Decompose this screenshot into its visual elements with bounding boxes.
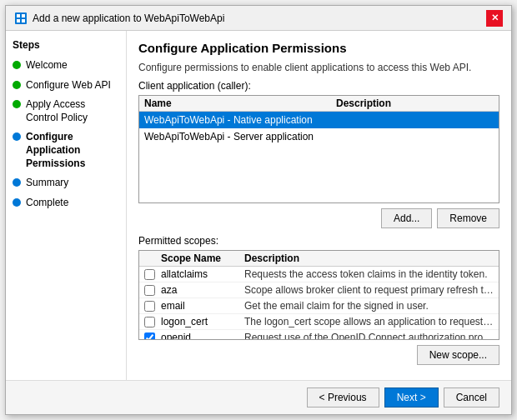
step-summary: Summary <box>13 177 119 190</box>
scope-name-0: allatclaims <box>161 268 244 280</box>
client-app-name-0: WebApiToWebApi - Native application <box>144 114 336 126</box>
step-dot-summary <box>13 178 21 187</box>
scopes-body: allatclaims Requests the access token cl… <box>139 267 499 339</box>
client-app-desc-0 <box>336 114 494 126</box>
dialog-footer: < Previous Next > Cancel <box>6 380 511 414</box>
scope-name-header: Scope Name <box>161 252 244 264</box>
client-app-row-1[interactable]: WebApiToWebApi - Server application <box>139 128 499 145</box>
step-app-permissions: Configure Application Permissions <box>13 131 119 170</box>
scopes-header: Scope Name Description <box>139 251 499 267</box>
scope-check-4[interactable] <box>144 332 161 340</box>
dialog-title: Add a new application to WebApiToWebApi <box>33 12 224 24</box>
previous-button[interactable]: < Previous <box>307 388 379 408</box>
client-app-desc-1 <box>336 131 494 142</box>
step-configure-web-api: Configure Web API <box>13 79 119 92</box>
main-panel: Configure Application Permissions Config… <box>127 31 511 380</box>
dialog-body: Steps Welcome Configure Web API Apply Ac… <box>6 31 511 380</box>
step-dot-app-permissions <box>13 132 21 141</box>
scope-name-2: email <box>161 300 244 312</box>
cancel-button[interactable]: Cancel <box>444 388 499 408</box>
checkbox-openid[interactable] <box>144 332 155 340</box>
add-remove-row: Add... Remove <box>138 208 499 228</box>
col-name-header: Name <box>144 98 336 109</box>
checkbox-aza[interactable] <box>144 285 155 296</box>
step-dot-complete <box>13 198 21 207</box>
scope-desc-4: Request use of the OpenID Connect author… <box>244 332 494 339</box>
page-title: Configure Application Permissions <box>138 41 499 55</box>
table-header: Name Description <box>139 96 499 112</box>
scope-row-4: openid Request use of the OpenID Connect… <box>139 330 499 339</box>
client-app-table: Name Description WebApiToWebApi - Native… <box>138 95 499 203</box>
scope-row-3: logon_cert The logon_cert scope allows a… <box>139 314 499 330</box>
step-dot-access-control <box>13 100 21 108</box>
scope-desc-3: The logon_cert scope allows an applicati… <box>244 316 494 328</box>
scope-check-3[interactable] <box>144 317 161 328</box>
scope-check-2[interactable] <box>144 301 161 312</box>
step-label-configure-web-api: Configure Web API <box>26 79 111 92</box>
scope-name-4: openid <box>161 332 244 339</box>
step-label-complete: Complete <box>26 197 68 210</box>
add-button[interactable]: Add... <box>381 208 432 228</box>
client-app-name-1: WebApiToWebApi - Server application <box>144 131 336 142</box>
description: Configure permissions to enable client a… <box>138 62 499 73</box>
scope-desc-2: Get the email claim for the signed in us… <box>244 300 494 312</box>
title-bar: Add a new application to WebApiToWebApi … <box>6 6 511 31</box>
step-label-summary: Summary <box>26 177 68 190</box>
step-dot-welcome <box>13 61 21 69</box>
scope-check-0[interactable] <box>144 269 161 280</box>
col-desc-header: Description <box>336 98 494 109</box>
step-label-welcome: Welcome <box>26 59 68 72</box>
scope-row-1: aza Scope allows broker client to reques… <box>139 282 499 298</box>
permitted-scopes-label: Permitted scopes: <box>138 235 499 247</box>
svg-rect-2 <box>22 14 25 18</box>
step-label-app-permissions: Configure Application Permissions <box>26 131 119 170</box>
main-dialog: Add a new application to WebApiToWebApi … <box>5 5 512 415</box>
scope-desc-1: Scope allows broker client to request pr… <box>244 284 494 296</box>
close-button[interactable]: ✕ <box>486 10 503 27</box>
new-scope-button[interactable]: New scope... <box>417 345 499 365</box>
step-dot-configure-web-api <box>13 81 21 89</box>
scopes-container: Scope Name Description allatclaims Reque… <box>138 250 499 340</box>
step-welcome: Welcome <box>13 59 119 72</box>
app-icon <box>14 12 28 25</box>
new-scope-row: New scope... <box>138 345 499 365</box>
svg-rect-1 <box>17 14 20 18</box>
title-bar-left: Add a new application to WebApiToWebApi <box>14 12 224 25</box>
step-complete: Complete <box>13 197 119 210</box>
remove-button[interactable]: Remove <box>437 208 499 228</box>
checkbox-allatclaims[interactable] <box>144 269 155 280</box>
scope-check-1[interactable] <box>144 285 161 296</box>
scope-name-1: aza <box>161 284 244 296</box>
checkbox-logon-cert[interactable] <box>144 317 155 328</box>
svg-rect-4 <box>22 19 25 22</box>
scope-desc-header: Description <box>244 252 494 264</box>
client-app-row-0[interactable]: WebApiToWebApi - Native application <box>139 112 499 128</box>
scope-name-3: logon_cert <box>161 316 244 328</box>
step-label-access-control: Apply Access Control Policy <box>26 98 119 124</box>
checkbox-email[interactable] <box>144 301 155 312</box>
steps-panel: Steps Welcome Configure Web API Apply Ac… <box>6 31 127 380</box>
steps-heading: Steps <box>13 39 119 51</box>
client-app-label: Client application (caller): <box>138 80 499 92</box>
scope-row-0: allatclaims Requests the access token cl… <box>139 267 499 282</box>
step-access-control: Apply Access Control Policy <box>13 98 119 124</box>
scope-desc-0: Requests the access token claims in the … <box>244 268 494 280</box>
next-button[interactable]: Next > <box>384 388 439 408</box>
scope-row-2: email Get the email claim for the signed… <box>139 298 499 314</box>
svg-rect-3 <box>17 19 20 22</box>
scope-check-header <box>144 252 161 264</box>
